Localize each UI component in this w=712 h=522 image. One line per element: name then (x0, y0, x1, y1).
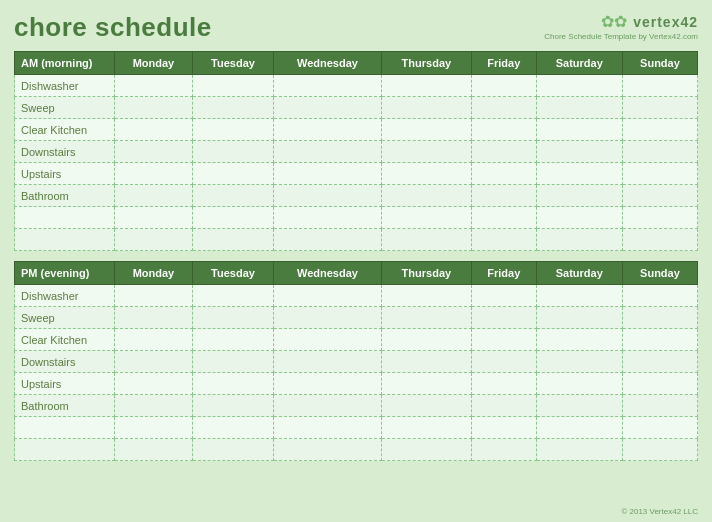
pm-cell-7-1[interactable] (192, 439, 273, 461)
pm-cell-5-5[interactable] (536, 395, 622, 417)
pm-cell-1-4[interactable] (471, 307, 536, 329)
pm-cell-4-3[interactable] (381, 373, 471, 395)
am-cell-5-6[interactable] (622, 185, 697, 207)
am-cell-0-2[interactable] (274, 75, 382, 97)
pm-cell-5-1[interactable] (192, 395, 273, 417)
pm-cell-1-0[interactable] (115, 307, 193, 329)
pm-cell-7-4[interactable] (471, 439, 536, 461)
am-cell-4-2[interactable] (274, 163, 382, 185)
pm-cell-0-1[interactable] (192, 285, 273, 307)
am-cell-5-4[interactable] (471, 185, 536, 207)
pm-cell-2-2[interactable] (274, 329, 382, 351)
am-cell-1-1[interactable] (192, 97, 273, 119)
pm-cell-2-4[interactable] (471, 329, 536, 351)
pm-cell-1-6[interactable] (622, 307, 697, 329)
pm-cell-3-5[interactable] (536, 351, 622, 373)
am-cell-2-1[interactable] (192, 119, 273, 141)
pm-cell-6-4[interactable] (471, 417, 536, 439)
am-cell-4-3[interactable] (381, 163, 471, 185)
am-cell-7-6[interactable] (622, 229, 697, 251)
pm-cell-4-0[interactable] (115, 373, 193, 395)
am-cell-7-2[interactable] (274, 229, 382, 251)
pm-cell-0-3[interactable] (381, 285, 471, 307)
pm-cell-1-1[interactable] (192, 307, 273, 329)
pm-cell-1-3[interactable] (381, 307, 471, 329)
am-cell-3-1[interactable] (192, 141, 273, 163)
am-cell-0-6[interactable] (622, 75, 697, 97)
am-cell-2-5[interactable] (536, 119, 622, 141)
pm-cell-2-1[interactable] (192, 329, 273, 351)
am-cell-3-6[interactable] (622, 141, 697, 163)
pm-cell-2-5[interactable] (536, 329, 622, 351)
am-cell-7-4[interactable] (471, 229, 536, 251)
pm-cell-0-2[interactable] (274, 285, 382, 307)
pm-cell-4-5[interactable] (536, 373, 622, 395)
pm-cell-5-3[interactable] (381, 395, 471, 417)
pm-cell-7-6[interactable] (622, 439, 697, 461)
am-cell-4-5[interactable] (536, 163, 622, 185)
pm-cell-6-2[interactable] (274, 417, 382, 439)
am-cell-7-5[interactable] (536, 229, 622, 251)
pm-cell-0-4[interactable] (471, 285, 536, 307)
am-cell-6-0[interactable] (115, 207, 193, 229)
pm-cell-3-3[interactable] (381, 351, 471, 373)
am-cell-0-5[interactable] (536, 75, 622, 97)
am-cell-6-1[interactable] (192, 207, 273, 229)
pm-cell-2-6[interactable] (622, 329, 697, 351)
pm-cell-2-3[interactable] (381, 329, 471, 351)
pm-cell-6-5[interactable] (536, 417, 622, 439)
am-cell-6-6[interactable] (622, 207, 697, 229)
am-cell-4-1[interactable] (192, 163, 273, 185)
am-cell-3-5[interactable] (536, 141, 622, 163)
am-cell-6-4[interactable] (471, 207, 536, 229)
pm-cell-3-0[interactable] (115, 351, 193, 373)
am-cell-0-1[interactable] (192, 75, 273, 97)
am-cell-2-0[interactable] (115, 119, 193, 141)
pm-cell-6-1[interactable] (192, 417, 273, 439)
am-cell-0-4[interactable] (471, 75, 536, 97)
am-cell-1-0[interactable] (115, 97, 193, 119)
am-cell-1-6[interactable] (622, 97, 697, 119)
pm-cell-4-4[interactable] (471, 373, 536, 395)
pm-cell-5-2[interactable] (274, 395, 382, 417)
am-cell-2-6[interactable] (622, 119, 697, 141)
am-cell-1-5[interactable] (536, 97, 622, 119)
pm-cell-1-5[interactable] (536, 307, 622, 329)
pm-cell-6-3[interactable] (381, 417, 471, 439)
pm-cell-6-0[interactable] (115, 417, 193, 439)
am-cell-0-3[interactable] (381, 75, 471, 97)
pm-cell-7-5[interactable] (536, 439, 622, 461)
pm-cell-4-1[interactable] (192, 373, 273, 395)
pm-cell-7-2[interactable] (274, 439, 382, 461)
am-cell-1-2[interactable] (274, 97, 382, 119)
am-cell-3-4[interactable] (471, 141, 536, 163)
am-cell-3-0[interactable] (115, 141, 193, 163)
am-cell-5-3[interactable] (381, 185, 471, 207)
am-cell-2-4[interactable] (471, 119, 536, 141)
am-cell-5-5[interactable] (536, 185, 622, 207)
pm-cell-0-6[interactable] (622, 285, 697, 307)
am-cell-7-0[interactable] (115, 229, 193, 251)
am-cell-0-0[interactable] (115, 75, 193, 97)
am-cell-7-1[interactable] (192, 229, 273, 251)
am-cell-4-4[interactable] (471, 163, 536, 185)
pm-cell-5-0[interactable] (115, 395, 193, 417)
am-cell-2-2[interactable] (274, 119, 382, 141)
pm-cell-3-2[interactable] (274, 351, 382, 373)
am-cell-4-6[interactable] (622, 163, 697, 185)
am-cell-2-3[interactable] (381, 119, 471, 141)
pm-cell-0-5[interactable] (536, 285, 622, 307)
pm-cell-1-2[interactable] (274, 307, 382, 329)
pm-cell-7-3[interactable] (381, 439, 471, 461)
am-cell-4-0[interactable] (115, 163, 193, 185)
pm-cell-0-0[interactable] (115, 285, 193, 307)
pm-cell-4-6[interactable] (622, 373, 697, 395)
pm-cell-3-1[interactable] (192, 351, 273, 373)
pm-cell-5-4[interactable] (471, 395, 536, 417)
am-cell-1-3[interactable] (381, 97, 471, 119)
pm-cell-5-6[interactable] (622, 395, 697, 417)
am-cell-5-2[interactable] (274, 185, 382, 207)
pm-cell-6-6[interactable] (622, 417, 697, 439)
pm-cell-7-0[interactable] (115, 439, 193, 461)
am-cell-5-0[interactable] (115, 185, 193, 207)
